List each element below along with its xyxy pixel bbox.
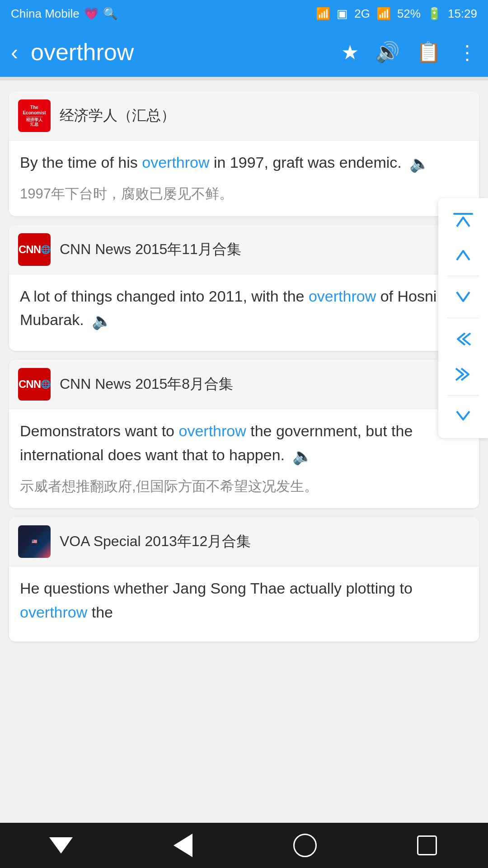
battery-label: 52% xyxy=(397,7,421,21)
signal-bars-icon: 📶 xyxy=(376,7,391,21)
audio-btn-3[interactable]: 🔈 xyxy=(292,443,313,469)
nav-back-icon xyxy=(174,834,192,857)
economist-source-name: 经济学人（汇总） xyxy=(60,106,175,126)
bottom-nav xyxy=(0,823,488,868)
sentence-en-2-highlight: overthrow xyxy=(309,288,376,305)
status-right: 📶 ▣ 2G 📶 52% 🔋 15:29 xyxy=(316,7,477,21)
header-bar: ‹ overthrow ★ 🔊 📋 ⋮ xyxy=(0,27,488,77)
audio-btn-1[interactable]: 🔈 xyxy=(409,151,430,176)
content-area: TheEconomist 经济学人汇总 经济学人（汇总） By the time… xyxy=(0,80,488,652)
sentence-en-2-before: A lot of things changed into 2011, with … xyxy=(20,288,309,305)
sentence-cn-3: 示威者想推翻政府,但国际方面不希望这况发生。 xyxy=(20,475,468,498)
sentence-en-4-after: the xyxy=(87,604,113,621)
scroll-nav-panel xyxy=(438,198,488,438)
card-cnn-aug-header: CNN🌐 CNN News 2015年8月合集 xyxy=(9,360,479,409)
bluetooth-icon: 📶 xyxy=(316,7,330,21)
nav-down-button[interactable] xyxy=(43,827,79,863)
card-cnn-nov-header: CNN🌐 CNN News 2015年11月合集 xyxy=(9,225,479,274)
battery-icon: 🔋 xyxy=(427,7,441,21)
status-bar: China Mobile 💗 🔍 📶 ▣ 2G 📶 52% 🔋 15:29 xyxy=(0,0,488,27)
card-economist: TheEconomist 经济学人汇总 经济学人（汇总） By the time… xyxy=(9,91,479,216)
audio-btn-2[interactable]: 🔈 xyxy=(92,308,112,334)
card-voa-body: He questions whether Jang Song Thae actu… xyxy=(9,566,479,641)
nav-recent-button[interactable] xyxy=(409,827,445,863)
scroll-top-button[interactable] xyxy=(445,204,481,235)
more-button[interactable]: ⋮ xyxy=(457,41,477,64)
audio-button[interactable]: 🔊 xyxy=(375,40,400,64)
sentence-en-1-after: in 1997, graft was endemic. xyxy=(210,154,402,171)
cnn-aug-source-name: CNN News 2015年8月合集 xyxy=(60,374,233,394)
nav-home-icon xyxy=(293,834,317,857)
cnn-aug-logo: CNN🌐 xyxy=(18,368,51,401)
nav-recent-icon xyxy=(417,835,437,855)
prev-page-button[interactable] xyxy=(445,324,481,354)
sentence-en-3: Demonstrators want to overthrow the gove… xyxy=(20,419,468,469)
wifi-icon: ▣ xyxy=(337,7,348,21)
scroll-up-button[interactable] xyxy=(445,240,481,270)
card-voa: 🇺🇸 VOA Special 2013年12月合集 He questions w… xyxy=(9,517,479,641)
nav-home-button[interactable] xyxy=(287,827,323,863)
sentence-en-4: He questions whether Jang Song Thae actu… xyxy=(20,576,468,624)
sentence-en-2: A lot of things changed into 2011, with … xyxy=(20,284,468,334)
cnn-nov-logo: CNN🌐 xyxy=(18,233,51,266)
sentence-en-1: By the time of his overthrow in 1997, gr… xyxy=(20,151,468,176)
notebook-button[interactable]: 📋 xyxy=(416,40,441,64)
status-carrier: China Mobile 💗 🔍 xyxy=(11,7,117,21)
sentence-cn-1: 1997年下台时，腐败已屡见不鲜。 xyxy=(20,183,468,205)
sentence-en-4-highlight: overthrow xyxy=(20,604,87,621)
card-cnn-nov-body: A lot of things changed into 2011, with … xyxy=(9,274,479,351)
scroll-nav-divider xyxy=(447,276,479,276)
scroll-nav-divider2 xyxy=(447,318,479,318)
sentence-en-1-highlight: overthrow xyxy=(142,154,209,171)
voa-source-name: VOA Special 2013年12月合集 xyxy=(60,532,251,552)
card-economist-body: By the time of his overthrow in 1997, gr… xyxy=(9,141,479,216)
scroll-nav-divider3 xyxy=(447,395,479,396)
card-cnn-aug: CNN🌐 CNN News 2015年8月合集 Demonstrators wa… xyxy=(9,360,479,508)
scroll-down-button[interactable] xyxy=(445,282,481,312)
scroll-bottom-button[interactable] xyxy=(445,401,481,432)
voa-logo: 🇺🇸 xyxy=(18,525,51,558)
card-cnn-nov: CNN🌐 CNN News 2015年11月合集 A lot of things… xyxy=(9,225,479,351)
header-icons: ★ 🔊 📋 ⋮ xyxy=(341,40,477,64)
sentence-en-1-before: By the time of his xyxy=(20,154,142,171)
sentence-en-4-before: He questions whether Jang Song Thae actu… xyxy=(20,580,413,597)
card-voa-header: 🇺🇸 VOA Special 2013年12月合集 xyxy=(9,517,479,566)
card-cnn-aug-body: Demonstrators want to overthrow the gove… xyxy=(9,409,479,508)
cnn-nov-source-name: CNN News 2015年11月合集 xyxy=(60,240,241,259)
signal-label: 2G xyxy=(354,7,370,21)
sentence-en-3-highlight: overthrow xyxy=(178,422,246,439)
favorite-button[interactable]: ★ xyxy=(341,41,359,64)
header-divider xyxy=(0,77,488,80)
page-title: overthrow xyxy=(31,38,328,66)
economist-logo: TheEconomist 经济学人汇总 xyxy=(18,99,51,132)
next-page-button[interactable] xyxy=(445,359,481,390)
card-economist-header: TheEconomist 经济学人汇总 经济学人（汇总） xyxy=(9,91,479,141)
nav-back-button[interactable] xyxy=(165,827,201,863)
nav-down-icon xyxy=(49,837,73,854)
back-button[interactable]: ‹ xyxy=(11,40,18,65)
time-label: 15:29 xyxy=(448,7,477,21)
carrier-icon: 💗 xyxy=(84,7,99,21)
search-status-icon: 🔍 xyxy=(103,7,117,21)
sentence-en-3-before: Demonstrators want to xyxy=(20,422,178,439)
